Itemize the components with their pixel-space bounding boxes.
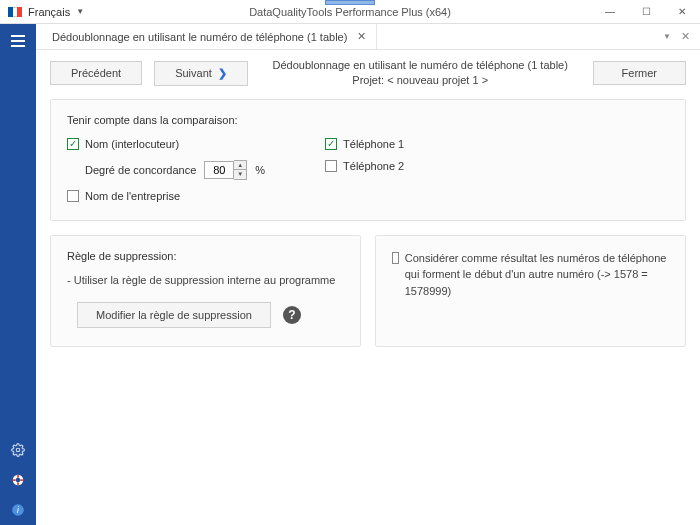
match-degree-stepper[interactable]: ▲ ▼ [204,160,247,180]
titlebar: Français ▼ DataQualityTools Performance … [0,0,700,24]
comparison-title: Tenir compte dans la comparaison: [67,114,669,126]
checkbox-consider-prefix[interactable] [392,252,399,264]
percent-label: % [255,164,265,176]
sidebar: i [0,24,36,525]
label-name-contact: Nom (interlocuteur) [85,138,179,150]
checkbox-company-name[interactable] [67,190,79,202]
chevron-right-icon: ❯ [218,67,227,80]
svg-point-2 [16,478,21,483]
tab-close-all-button[interactable]: ✕ [681,30,690,43]
delete-rule-group: Règle de suppression: - Utiliser la règl… [50,235,361,347]
delete-rule-text: - Utiliser la règle de suppression inter… [67,274,344,286]
window-controls: — ☐ ✕ [592,0,700,23]
tab-overflow-button[interactable]: ▼ [663,32,671,41]
close-window-button[interactable]: ✕ [664,0,700,23]
tab-dedup-phone[interactable]: Dédoublonnage en utilisant le numéro de … [42,24,377,49]
checkbox-name-contact[interactable] [67,138,79,150]
tab-close-button[interactable]: ✕ [357,30,366,43]
spin-up-button[interactable]: ▲ [234,161,246,170]
gear-icon [11,443,25,457]
spin-down-button[interactable]: ▼ [234,170,246,179]
previous-button[interactable]: Précédent [50,61,142,85]
tabbar: Dédoublonnage en utilisant le numéro de … [36,24,700,50]
help-icon[interactable]: ? [283,306,301,324]
next-button[interactable]: Suivant ❯ [154,61,248,86]
tab-label: Dédoublonnage en utilisant le numéro de … [52,31,347,43]
checkbox-phone2[interactable] [325,160,337,172]
consider-text: Considérer comme résultat les numéros de… [405,250,669,300]
flag-france-icon [8,7,22,17]
settings-button[interactable] [0,435,36,465]
modify-rule-button[interactable]: Modifier la règle de suppression [77,302,271,328]
menu-button[interactable] [0,24,36,58]
help-lifebuoy-button[interactable] [0,465,36,495]
info-icon: i [11,503,25,517]
lifebuoy-icon [11,473,25,487]
svg-text:i: i [17,506,19,515]
next-label: Suivant [175,67,212,79]
toolbar: Précédent Suivant ❯ Dédoublonnage en uti… [36,50,700,99]
title-drag-indicator [325,0,375,5]
delete-rule-title: Règle de suppression: [67,250,344,262]
app-title: DataQualityTools Performance Plus (x64) [249,6,451,18]
label-phone2: Téléphone 2 [343,160,404,172]
toolbar-heading: Dédoublonnage en utilisant le numéro de … [260,58,581,89]
label-company-name: Nom de l'entreprise [85,190,180,202]
heading-line1: Dédoublonnage en utilisant le numéro de … [260,58,581,73]
label-phone1: Téléphone 1 [343,138,404,150]
consider-group: Considérer comme résultat les numéros de… [375,235,686,347]
comparison-group: Tenir compte dans la comparaison: Nom (i… [50,99,686,221]
match-degree-input[interactable] [204,161,234,179]
chevron-down-icon: ▼ [76,7,84,16]
main-area: Dédoublonnage en utilisant le numéro de … [36,24,700,525]
svg-point-0 [16,448,20,452]
close-button[interactable]: Fermer [593,61,686,85]
minimize-button[interactable]: — [592,0,628,23]
language-selector[interactable]: Français ▼ [0,0,92,23]
language-label: Français [28,6,70,18]
checkbox-phone1[interactable] [325,138,337,150]
info-button[interactable]: i [0,495,36,525]
maximize-button[interactable]: ☐ [628,0,664,23]
heading-line2: Projet: < nouveau projet 1 > [260,73,581,88]
label-match-degree: Degré de concordance [85,164,196,176]
